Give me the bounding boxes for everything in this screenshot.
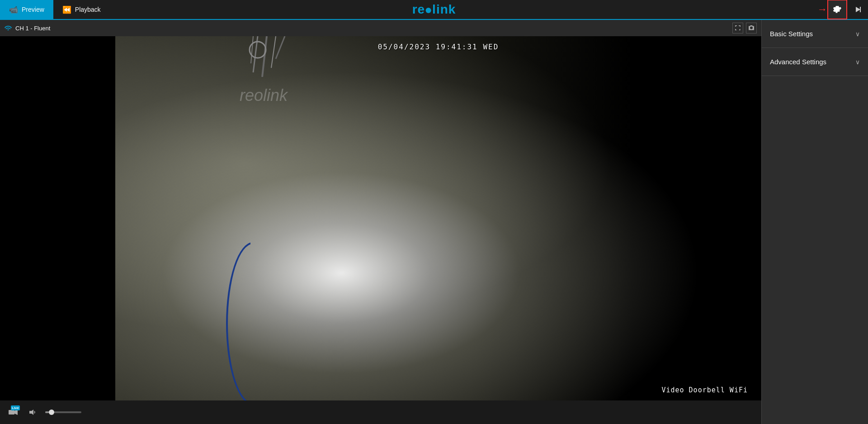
- bottom-bar: Live: [0, 400, 761, 424]
- topbar-right: [827, 0, 868, 19]
- fullscreen-button[interactable]: [732, 23, 743, 33]
- video-area: CH 1 - Fluent: [0, 20, 761, 424]
- tab-preview[interactable]: 📹 Preview: [0, 0, 53, 19]
- topbar: 📹 Preview ⏪ Playback relink →: [0, 0, 868, 20]
- camera-view: 05/04/2023 19:41:31 WED reolink Video Do…: [115, 36, 761, 400]
- channel-info: CH 1 - Fluent: [5, 24, 50, 32]
- next-button[interactable]: [848, 0, 868, 19]
- volume-fill: [45, 411, 49, 413]
- advanced-settings-label: Advanced Settings: [770, 58, 826, 66]
- logo: relink: [412, 2, 456, 17]
- advanced-settings-section: Advanced Settings ∨: [762, 48, 868, 76]
- video-content: [115, 36, 761, 400]
- advanced-settings-header[interactable]: Advanced Settings ∨: [762, 48, 868, 76]
- tab-preview-label: Preview: [22, 6, 44, 13]
- channel-bar: CH 1 - Fluent: [0, 20, 761, 36]
- tab-playback[interactable]: ⏪ Playback: [53, 0, 110, 19]
- basic-settings-section: Basic Settings ∨: [762, 20, 868, 48]
- camera-live-button[interactable]: Live: [5, 405, 21, 420]
- tab-playback-label: Playback: [75, 6, 101, 13]
- preview-icon: 📹: [9, 5, 18, 14]
- snapshot-button[interactable]: [746, 23, 757, 33]
- basic-settings-label: Basic Settings: [770, 30, 813, 38]
- arrow-indicator: →: [817, 4, 827, 15]
- channel-controls: [732, 23, 757, 33]
- volume-slider[interactable]: [45, 411, 81, 413]
- svg-marker-10: [29, 410, 33, 415]
- video-frame: 05/04/2023 19:41:31 WED reolink Video Do…: [0, 36, 761, 400]
- svg-rect-1: [860, 7, 861, 12]
- gear-icon: [833, 5, 842, 14]
- gear-button[interactable]: [827, 0, 847, 19]
- main-content: CH 1 - Fluent: [0, 20, 868, 424]
- live-badge: Live: [11, 405, 20, 410]
- timestamp: 05/04/2023 19:41:31 WED: [378, 43, 499, 51]
- volume-button[interactable]: [25, 405, 41, 420]
- basic-settings-header[interactable]: Basic Settings ∨: [762, 20, 868, 48]
- playback-icon: ⏪: [62, 5, 71, 14]
- channel-name: CH 1 - Fluent: [15, 25, 50, 32]
- forward-icon: [854, 5, 862, 14]
- device-name: Video Doorbell WiFi: [661, 386, 748, 394]
- volume-thumb: [49, 410, 54, 415]
- svg-marker-0: [856, 7, 860, 12]
- wifi-icon: [5, 24, 12, 32]
- basic-settings-chevron: ∨: [855, 30, 860, 38]
- svg-rect-8: [9, 410, 14, 414]
- watermark: reolink: [240, 86, 288, 105]
- advanced-settings-chevron: ∨: [855, 58, 860, 66]
- settings-panel: Basic Settings ∨ Advanced Settings ∨: [761, 20, 868, 424]
- left-black-strip: [0, 36, 115, 400]
